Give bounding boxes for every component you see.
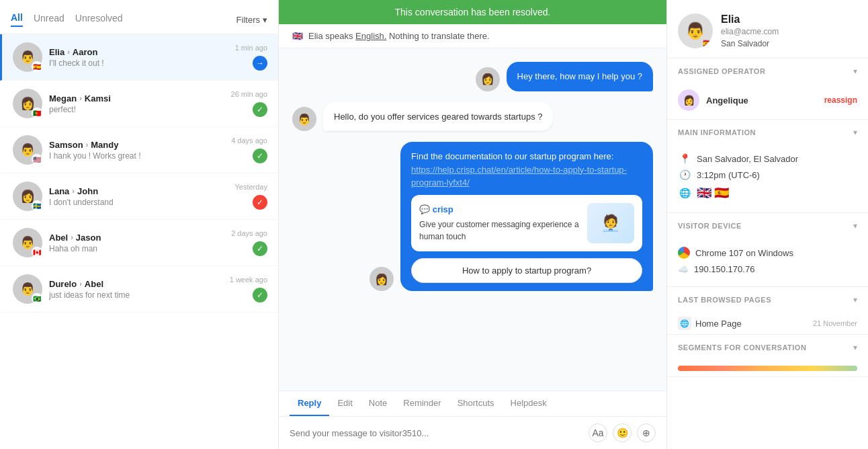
message-bubble: Hey there, how may I help you ? bbox=[507, 62, 653, 91]
conv-body: Durelo › Abel just ideas for next time bbox=[49, 279, 223, 300]
flag-icon: 🇺🇸 bbox=[32, 154, 42, 165]
conv-time: 2 days ago bbox=[231, 229, 267, 237]
reply-tab-reminder[interactable]: Reminder bbox=[395, 391, 449, 416]
conv-body: Samson › Mandy I hank you ! Works great … bbox=[49, 140, 224, 161]
main-information-body: 📍 San Salvador, El Salvador 🕐 3:12pm (UT… bbox=[667, 145, 868, 212]
conv-meta: 1 min ago → bbox=[235, 44, 267, 71]
conv-meta: 26 min ago ✓ bbox=[231, 90, 267, 117]
conv-meta: 4 days ago ✓ bbox=[231, 136, 267, 163]
avatar: 👨 🇧🇷 bbox=[13, 274, 42, 304]
main-information-section: MAIN INFORMATION ▾ 📍 San Salvador, El Sa… bbox=[667, 120, 868, 213]
reassign-button[interactable]: reassign bbox=[824, 95, 857, 105]
reply-tab-shortcuts[interactable]: Shortcuts bbox=[449, 391, 503, 416]
list-item[interactable]: 👨 🇺🇸 Samson › Mandy I hank you ! Works g… bbox=[0, 127, 278, 173]
status-icon: ✓ bbox=[253, 102, 267, 117]
format-icon[interactable]: Aa bbox=[589, 423, 607, 442]
flag-icon: 🇧🇷 bbox=[32, 293, 42, 304]
reply-tabs: ReplyEditNoteReminderShortcutsHelpdesk bbox=[279, 391, 666, 417]
assigned-operator-header[interactable]: ASSIGNED OPERATOR ▾ bbox=[667, 58, 868, 84]
visitor-device-header[interactable]: VISITOR DEVICE ▾ bbox=[667, 213, 868, 239]
contact-panel: 👨 🇪🇸 Elia elia@acme.com San Salvador ASS… bbox=[666, 0, 868, 449]
conv-meta: 2 days ago ✓ bbox=[231, 229, 267, 256]
filters-button[interactable]: Filters ▾ bbox=[236, 15, 267, 25]
chat-avatar: 👨 bbox=[292, 107, 316, 131]
conv-time: Yesterday bbox=[234, 183, 267, 191]
contact-avatar: 👨 🇪🇸 bbox=[678, 13, 713, 48]
ip-row: ☁️ 190.150.170.76 bbox=[678, 261, 857, 277]
conv-time: 1 min ago bbox=[235, 44, 267, 52]
chat-panel: This conversation has been resolved. 🇬🇧 … bbox=[279, 0, 666, 449]
flags-row: 🌐 🇬🇧 🇪🇸 bbox=[678, 183, 857, 203]
avatar: 👨 🇨🇦 bbox=[13, 228, 42, 257]
conv-meta: 1 week ago ✓ bbox=[230, 276, 267, 302]
table-row: Hey there, how may I help you ?👩 bbox=[292, 62, 653, 91]
conversation-list: 👨 🇪🇸 Elia › Aaron I'll check it out ! 1 … bbox=[0, 34, 278, 449]
status-icon: ✓ bbox=[253, 288, 267, 302]
last-browsed-section: LAST BROWSED PAGES ▾ 🌐 Home Page 21 Nove… bbox=[667, 287, 868, 335]
status-icon: ✓ bbox=[253, 241, 267, 256]
language-label: English. bbox=[355, 31, 386, 41]
chevron-down-icon-3: ▾ bbox=[853, 221, 857, 231]
list-item[interactable]: 👨 🇧🇷 Durelo › Abel just ideas for next t… bbox=[0, 266, 278, 313]
contact-info: Elia elia@acme.com San Salvador bbox=[721, 13, 857, 48]
segments-title: SEGMENTS FOR CONVERSATION bbox=[678, 343, 806, 352]
attach-icon[interactable]: ⊕ bbox=[637, 423, 656, 442]
chrome-icon bbox=[678, 247, 690, 259]
conv-name: Durelo › Abel bbox=[49, 279, 223, 289]
reply-tab-note[interactable]: Note bbox=[361, 391, 395, 416]
segments-header[interactable]: SEGMENTS FOR CONVERSATION ▾ bbox=[667, 335, 868, 360]
location-icon: 📍 bbox=[678, 153, 691, 164]
left-header: All Unread Unresolved Filters ▾ bbox=[0, 0, 278, 34]
reply-input[interactable] bbox=[290, 428, 583, 438]
reply-tab-helpdesk[interactable]: Helpdesk bbox=[503, 391, 555, 416]
contact-email: elia@acme.com bbox=[721, 27, 857, 36]
translate-text: Elia speaks English. Nothing to translat… bbox=[308, 31, 490, 41]
list-item[interactable]: 👨 🇪🇸 Elia › Aaron I'll check it out ! 1 … bbox=[0, 34, 278, 81]
flag-icon: 🇨🇦 bbox=[32, 247, 42, 257]
main-information-header[interactable]: MAIN INFORMATION ▾ bbox=[667, 120, 868, 145]
last-browsed-header[interactable]: LAST BROWSED PAGES ▾ bbox=[667, 287, 868, 313]
chat-area: Hey there, how may I help you ?👩👨Hello, … bbox=[279, 48, 666, 391]
flag-icon: 🇪🇸 bbox=[32, 61, 42, 72]
flag-icon: 🇸🇪 bbox=[32, 200, 42, 211]
cta-button[interactable]: How to apply to startup program? bbox=[411, 258, 642, 284]
segments-section: SEGMENTS FOR CONVERSATION ▾ bbox=[667, 335, 868, 377]
tab-all[interactable]: All bbox=[11, 12, 23, 27]
contact-name: Elia bbox=[721, 13, 857, 26]
table-row: Find the documentation to our startup pr… bbox=[292, 142, 653, 291]
list-item[interactable]: 👩 🇸🇪 Lana › John I don't understand Yest… bbox=[0, 173, 278, 220]
flag-icon: 🇵🇹 bbox=[32, 108, 42, 118]
page-title: Home Page bbox=[695, 319, 742, 329]
page-icon: 🌐 bbox=[678, 317, 691, 330]
list-item[interactable]: 👩 🇵🇹 Megan › Kamsi perfect! 26 min ago ✓ bbox=[0, 81, 278, 127]
table-row: 👨Hello, do you offer services geared tow… bbox=[292, 102, 653, 132]
clock-icon: 🕐 bbox=[678, 169, 691, 180]
last-browsed-title: LAST BROWSED PAGES bbox=[678, 296, 771, 304]
list-item[interactable]: 👨 🇨🇦 Abel › Jason Haha oh man 2 days ago… bbox=[0, 220, 278, 266]
flag-en-icon: 🇬🇧 bbox=[697, 186, 711, 200]
language-flags: 🇬🇧 🇪🇸 bbox=[697, 186, 729, 200]
status-icon: → bbox=[253, 56, 267, 71]
chevron-down-icon: ▾ bbox=[853, 67, 857, 76]
browser-value: Chrome 107 on Windows bbox=[695, 248, 793, 258]
conv-time: 1 week ago bbox=[230, 276, 267, 284]
reply-tab-reply[interactable]: Reply bbox=[290, 391, 329, 416]
status-icon: ✓ bbox=[253, 195, 267, 210]
chevron-down-icon-5: ▾ bbox=[853, 343, 857, 352]
conv-time: 26 min ago bbox=[231, 90, 267, 98]
contact-location: San Salvador bbox=[721, 39, 857, 48]
page-date: 21 November bbox=[813, 319, 857, 327]
conv-name: Samson › Mandy bbox=[49, 140, 224, 150]
browser-row: Chrome 107 on Windows bbox=[678, 244, 857, 261]
time-value: 3:12pm (UTC-6) bbox=[697, 170, 760, 180]
time-row: 🕐 3:12pm (UTC-6) bbox=[678, 167, 857, 183]
emoji-icon[interactable]: 🙂 bbox=[613, 423, 632, 442]
tab-unread[interactable]: Unread bbox=[34, 13, 64, 26]
conversations-panel: All Unread Unresolved Filters ▾ 👨 🇪🇸 Eli… bbox=[0, 0, 279, 449]
chevron-down-icon-2: ▾ bbox=[853, 128, 857, 137]
conv-preview: I don't understand bbox=[49, 198, 228, 207]
message-link[interactable]: https://help.crisp.chat/en/article/how-t… bbox=[411, 165, 627, 188]
tab-unresolved[interactable]: Unresolved bbox=[75, 13, 123, 26]
message-bubble: Find the documentation to our startup pr… bbox=[400, 142, 653, 291]
reply-tab-edit[interactable]: Edit bbox=[329, 391, 360, 416]
